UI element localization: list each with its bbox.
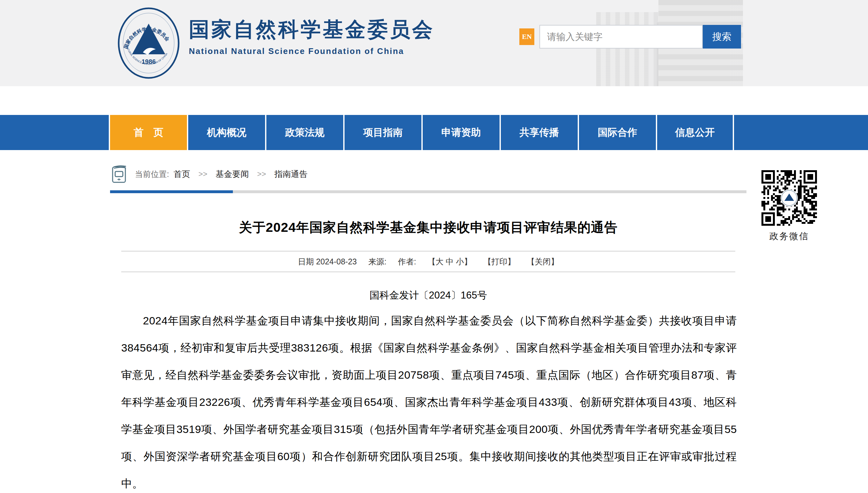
nav-item-international[interactable]: 国际合作: [578, 115, 656, 150]
article-title: 关于2024年国家自然科学基金集中接收申请项目评审结果的通告: [110, 219, 747, 236]
meta-source-label: 来源:: [368, 256, 387, 267]
nav-item-organization[interactable]: 机构概况: [187, 115, 265, 150]
site-header: 国家自然科学基金委员会 NATURAL SCIENCE FOUNDATION O…: [0, 0, 868, 86]
breadcrumb-link-guide-notices[interactable]: 指南通告: [274, 169, 307, 180]
article-body: 2024年国家自然科学基金项目申请集中接收期间，国家自然科学基金委员会（以下简称…: [121, 307, 737, 493]
breadcrumb-separator: >>: [257, 170, 266, 178]
font-size-control[interactable]: 【大 中 小】: [428, 256, 472, 267]
breadcrumb-label: 当前位置:: [135, 169, 169, 179]
article-column: 当前位置: 首页 >> 基金要闻 >> 指南通告 关于2024年国家自然科学基金…: [110, 150, 747, 493]
nav-item-policies[interactable]: 政策法规: [265, 115, 343, 150]
breadcrumb-link-fund-news[interactable]: 基金要闻: [215, 169, 249, 180]
breadcrumb-separator: >>: [199, 170, 207, 178]
breadcrumb: 当前位置: 首页 >> 基金要闻 >> 指南通告: [110, 163, 747, 185]
print-button[interactable]: 【打印】: [483, 256, 515, 267]
meta-date: 日期 2024-08-23: [298, 256, 357, 267]
wechat-qr-label: 政务微信: [761, 230, 817, 242]
english-site-button[interactable]: EN: [519, 28, 534, 45]
site-title-en: National Natural Science Foundation of C…: [189, 46, 434, 56]
close-button[interactable]: 【关闭】: [527, 256, 558, 267]
article-meta-bar: 日期 2024-08-23 来源: 作者: 【大 中 小】 【打印】 【关闭】: [121, 251, 735, 272]
content-area: 当前位置: 首页 >> 基金要闻 >> 指南通告 关于2024年国家自然科学基金…: [110, 150, 831, 493]
search-button[interactable]: 搜索: [703, 25, 741, 48]
main-navigation: 首 页 机构概况 政策法规 项目指南 申请资助 共享传播 国际合作 信息公开: [0, 115, 868, 150]
header-nav-gap: [0, 86, 868, 115]
site-brand: 国家自然科学基金委员会 National Natural Science Fou…: [189, 17, 434, 56]
header-search-area: EN 搜索: [519, 25, 741, 48]
site-title-cn: 国家自然科学基金委员会: [189, 17, 434, 42]
document-number: 国科金发计〔2024〕165号: [110, 288, 747, 302]
nav-item-apply-funding[interactable]: 申请资助: [421, 115, 500, 150]
nav-item-info-disclosure[interactable]: 信息公开: [656, 115, 734, 150]
section-divider: [110, 190, 747, 193]
meta-author-label: 作者:: [398, 256, 416, 267]
notice-book-icon: [112, 165, 127, 183]
wechat-qr-block: 政务微信: [761, 170, 817, 242]
nav-item-project-guide[interactable]: 项目指南: [343, 115, 421, 150]
nsfc-logo: 国家自然科学基金委员会 NATURAL SCIENCE FOUNDATION O…: [117, 7, 180, 79]
logo-year: 1986: [142, 58, 156, 65]
wechat-qr-code: [761, 170, 817, 226]
right-sidebar: 政务微信: [747, 150, 831, 493]
breadcrumb-link-home[interactable]: 首页: [174, 169, 190, 180]
nav-item-sharing[interactable]: 共享传播: [500, 115, 578, 150]
search-input[interactable]: [540, 25, 703, 48]
nav-item-home[interactable]: 首 页: [109, 115, 187, 150]
